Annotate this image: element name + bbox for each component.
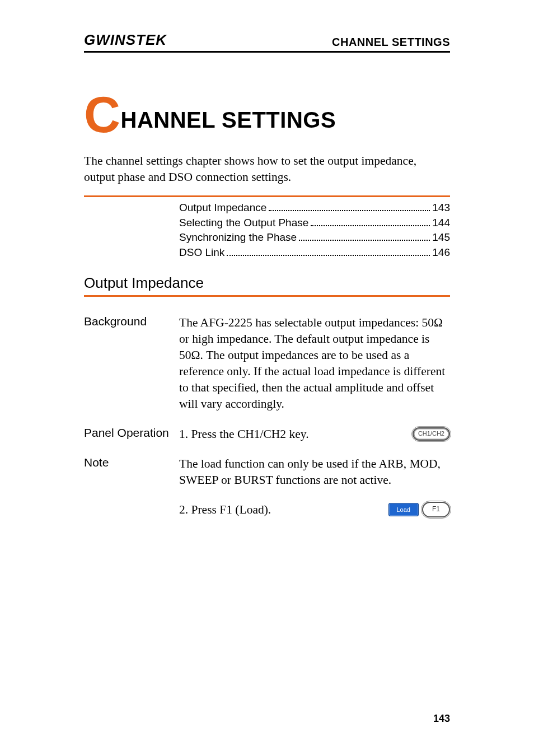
chapter-intro: The channel settings chapter shows how t…	[84, 153, 450, 185]
toc-item: Synchronizing the Phase 145	[179, 230, 450, 245]
section-divider	[84, 295, 450, 297]
ch1-ch2-key-icon: CH1/CH2	[413, 427, 450, 441]
page-header: GWINSTEK CHANNEL SETTINGS	[84, 31, 450, 53]
toc-item: Selecting the Output Phase 144	[179, 216, 450, 231]
divider-bar	[84, 195, 450, 197]
page-number: 143	[433, 713, 450, 725]
chapter-heading-rest: HANNEL SETTINGS	[121, 108, 336, 132]
background-block: Background The AFG-2225 has selectable o…	[84, 315, 450, 412]
toc-leader-dots	[269, 203, 430, 211]
header-chapter-title: CHANNEL SETTINGS	[332, 36, 450, 49]
toc-page: 143	[432, 200, 450, 216]
toc-leader-dots	[227, 248, 430, 256]
note-body: The load function can only be used if th…	[179, 456, 450, 488]
toc-label: Synchronizing the Phase	[179, 230, 297, 245]
empty-label	[84, 502, 179, 518]
step-2-text: 2. Press F1 (Load).	[179, 502, 382, 518]
panel-operation-label: Panel Operation	[84, 426, 179, 442]
brand-logo: GWINSTEK	[84, 31, 167, 49]
toc-label: Selecting the Output Phase	[179, 216, 308, 231]
panel-operation-step-2: 2. Press F1 (Load). Load F1	[84, 502, 450, 518]
background-label: Background	[84, 315, 179, 412]
chapter-heading: CHANNEL SETTINGS	[84, 97, 450, 133]
toc-label: DSO Link	[179, 245, 224, 260]
toc-page: 146	[432, 245, 450, 260]
section-heading: Output Impedance	[84, 274, 450, 292]
toc-page: 144	[432, 216, 450, 231]
f1-key-icon: F1	[422, 502, 450, 517]
load-softkey-icon: Load	[388, 503, 419, 517]
note-block: Note The load function can only be used …	[84, 456, 450, 488]
toc-leader-dots	[299, 232, 430, 241]
toc-label: Output Impedance	[179, 200, 266, 216]
note-label: Note	[84, 456, 179, 488]
table-of-contents: Output Impedance 143 Selecting the Outpu…	[84, 200, 450, 260]
step-1-text: 1. Press the CH1/CH2 key.	[179, 426, 406, 442]
panel-operation-step-1: Panel Operation 1. Press the CH1/CH2 key…	[84, 426, 450, 442]
toc-item: DSO Link 146	[179, 245, 450, 260]
toc-item: Output Impedance 143	[179, 200, 450, 216]
chapter-drop-cap: C	[84, 87, 121, 143]
toc-leader-dots	[311, 217, 430, 226]
softkey-group: Load F1	[388, 502, 451, 517]
toc-page: 145	[432, 230, 450, 245]
background-body: The AFG-2225 has selectable output imped…	[179, 315, 450, 412]
